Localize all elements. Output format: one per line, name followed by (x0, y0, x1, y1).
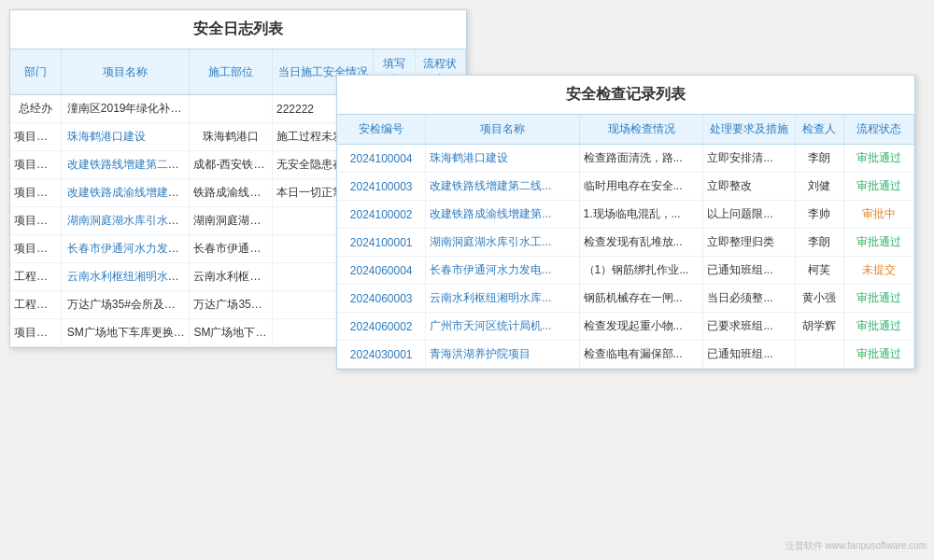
site-cell: 湖南洞庭湖水库 (190, 207, 273, 235)
dept-cell: 项目二部 (10, 319, 61, 347)
site-cell: 长春市伊通河水... (190, 235, 273, 263)
col-handle: 处理要求及措施 (703, 115, 795, 145)
site-cell: SM广场地下车库 (190, 319, 273, 347)
safety-check-body: 2024100004珠海鹤港口建设检查路面清洗，路...立即安排清...李朗审批… (337, 145, 914, 369)
col-checker: 检查人 (795, 115, 843, 145)
checker-cell: 李朗 (795, 229, 843, 257)
check-info-cell: 1.现场临电混乱，... (579, 201, 703, 229)
dept-cell: 项目一部 (10, 151, 61, 179)
dept-cell: 工程管... (10, 291, 61, 319)
check-info-cell: 检查临电有漏保部... (579, 341, 703, 369)
dept-cell: 项目三部 (10, 123, 61, 151)
check-id-cell[interactable]: 2024100003 (337, 173, 426, 201)
check-info-cell: （1）钢筋绑扎作业... (579, 257, 703, 285)
check-info-cell: 检查路面清洗，路... (579, 145, 703, 173)
check-info-cell: 临时用电存在安全... (579, 173, 703, 201)
col-projname: 项目名称 (426, 115, 579, 145)
status-cell: 审批通过 (843, 229, 913, 257)
safety-check-header-row: 安检编号 项目名称 现场检查情况 处理要求及措施 检查人 流程状态 (337, 115, 914, 145)
status-cell: 审批中 (843, 201, 913, 229)
checker-cell: 李帅 (795, 201, 843, 229)
col-checkid: 安检编号 (337, 115, 426, 145)
handle-cell: 立即安排清... (703, 145, 795, 173)
dept-cell: 项目二部 (10, 179, 61, 207)
site-cell: 铁路成渝线（成... (190, 179, 273, 207)
proj-name-cell[interactable]: 改建铁路线增建第二线... (426, 173, 579, 201)
proj-name-cell[interactable]: 湖南洞庭湖水库引水工程... (61, 207, 190, 235)
handle-cell: 立即整理归类 (703, 229, 795, 257)
proj-name-cell[interactable]: 改建铁路成渝线增建第二... (61, 179, 190, 207)
status-cell: 审批通过 (843, 285, 913, 313)
status-cell: 审批通过 (843, 341, 913, 369)
proj-name-cell: 潼南区2019年绿化补贴项... (61, 95, 190, 123)
proj-name-cell[interactable]: 改建铁路线增建第二线直... (61, 151, 190, 179)
col-site: 施工部位 (190, 49, 273, 95)
proj-name-cell[interactable]: 改建铁路成渝线增建第... (426, 201, 579, 229)
table-row: 2024100004珠海鹤港口建设检查路面清洗，路...立即安排清...李朗审批… (337, 145, 914, 173)
table-row: 2024100002改建铁路成渝线增建第...1.现场临电混乱，...以上问题限… (337, 201, 914, 229)
proj-name-cell[interactable]: 青海洪湖养护院项目 (426, 341, 579, 369)
col-status: 流程状态 (843, 115, 913, 145)
col-checkinfo: 现场检查情况 (579, 115, 703, 145)
table-row: 2024060004长春市伊通河水力发电...（1）钢筋绑扎作业...已通知班组… (337, 257, 914, 285)
checker-cell: 柯芙 (795, 257, 843, 285)
right-panel-title: 安全检查记录列表 (337, 76, 914, 115)
dept-cell: 工程管... (10, 263, 61, 291)
status-cell: 审批通过 (843, 173, 913, 201)
check-info-cell: 检查发现有乱堆放... (579, 229, 703, 257)
checker-cell: 刘健 (795, 173, 843, 201)
check-id-cell[interactable]: 2024030001 (337, 341, 426, 369)
checker-cell (795, 341, 843, 369)
proj-name-cell: SM广场地下车库更换摄... (61, 319, 190, 347)
handle-cell: 当日必须整... (703, 285, 795, 313)
checker-cell: 黄小强 (795, 285, 843, 313)
table-row: 2024030001青海洪湖养护院项目检查临电有漏保部...已通知班组...审批… (337, 341, 914, 369)
check-id-cell[interactable]: 2024060004 (337, 257, 426, 285)
table-row: 2024100003改建铁路线增建第二线...临时用电存在安全...立即整改刘健… (337, 173, 914, 201)
handle-cell: 已通知班组... (703, 341, 795, 369)
check-id-cell[interactable]: 2024100004 (337, 145, 426, 173)
handle-cell: 已通知班组... (703, 257, 795, 285)
table-row: 2024060002广州市天河区统计局机...检查发现起重小物...已要求班组.… (337, 313, 914, 341)
table-row: 2024100001湖南洞庭湖水库引水工...检查发现有乱堆放...立即整理归类… (337, 229, 914, 257)
site-cell: 万达广场35#会... (190, 291, 273, 319)
status-cell: 审批通过 (843, 145, 913, 173)
site-cell: 成都-西安铁路... (190, 151, 273, 179)
proj-name-cell[interactable]: 云南水利枢纽湘明水库... (426, 285, 579, 313)
handle-cell: 立即整改 (703, 173, 795, 201)
left-panel-title: 安全日志列表 (10, 10, 466, 49)
check-id-cell[interactable]: 2024060002 (337, 313, 426, 341)
check-id-cell[interactable]: 2024100001 (337, 229, 426, 257)
col-proj: 项目名称 (61, 49, 190, 95)
proj-name-cell[interactable]: 湖南洞庭湖水库引水工... (426, 229, 579, 257)
proj-name-cell: 万达广场35#会所及咖啡... (61, 291, 190, 319)
check-id-cell[interactable]: 2024100002 (337, 201, 426, 229)
proj-name-cell[interactable]: 珠海鹤港口建设 (426, 145, 579, 173)
handle-cell: 以上问题限... (703, 201, 795, 229)
safety-check-table: 安检编号 项目名称 现场检查情况 处理要求及措施 检查人 流程状态 202410… (337, 115, 914, 369)
right-panel: 安全检查记录列表 安检编号 项目名称 现场检查情况 处理要求及措施 检查人 流程… (336, 75, 915, 370)
check-info-cell: 钢筋机械存在一闸... (579, 285, 703, 313)
dept-cell: 项目三部 (10, 235, 61, 263)
check-info-cell: 检查发现起重小物... (579, 313, 703, 341)
handle-cell: 已要求班组... (703, 313, 795, 341)
dept-cell: 项目一部 (10, 207, 61, 235)
checker-cell: 李朗 (795, 145, 843, 173)
checker-cell: 胡学辉 (795, 313, 843, 341)
check-id-cell[interactable]: 2024060003 (337, 285, 426, 313)
table-row: 2024060003云南水利枢纽湘明水库...钢筋机械存在一闸...当日必须整.… (337, 285, 914, 313)
dept-cell: 总经办 (10, 95, 61, 123)
proj-name-cell[interactable]: 云南水利枢纽湘明水库—... (61, 263, 190, 291)
site-cell: 珠海鹤港口 (190, 123, 273, 151)
proj-name-cell[interactable]: 珠海鹤港口建设 (61, 123, 190, 151)
status-cell: 未提交 (843, 257, 913, 285)
site-cell (190, 95, 273, 123)
status-cell: 审批通过 (843, 313, 913, 341)
col-dept: 部门 (10, 49, 61, 95)
watermark: 泛普软件 www.fanpusoftware.com (785, 539, 927, 553)
site-cell: 云南水利枢纽湘... (190, 263, 273, 291)
proj-name-cell[interactable]: 广州市天河区统计局机... (426, 313, 579, 341)
proj-name-cell[interactable]: 长春市伊通河水力发电厂... (61, 235, 190, 263)
proj-name-cell[interactable]: 长春市伊通河水力发电... (426, 257, 579, 285)
